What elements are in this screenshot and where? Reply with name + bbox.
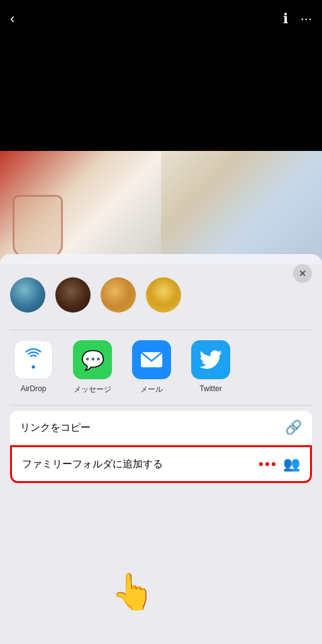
- share-app-messages[interactable]: 💬 メッセージ: [64, 340, 121, 395]
- photo-right[interactable]: [161, 151, 322, 264]
- photo-area: [0, 0, 322, 264]
- loading-indicator: [259, 462, 275, 466]
- mail-envelope-icon: [140, 352, 163, 368]
- share-app-mail[interactable]: メール: [123, 340, 180, 395]
- contact-avatar-3: [101, 277, 136, 313]
- photo-left[interactable]: [0, 151, 161, 264]
- mail-label: メール: [140, 384, 163, 395]
- twitter-icon: [191, 340, 230, 379]
- loading-dot-1: [259, 462, 263, 466]
- copy-link-text: リンクをコピー: [20, 421, 91, 435]
- airdrop-label: AirDrop: [21, 384, 47, 393]
- messages-bubble-icon: 💬: [81, 349, 104, 371]
- share-app-airdrop[interactable]: AirDrop: [5, 340, 62, 395]
- photo-strip: [0, 151, 322, 264]
- airdrop-wifi-icon: [22, 348, 45, 371]
- divider-2: [10, 405, 312, 406]
- messages-icon: 💬: [73, 340, 112, 379]
- copy-link-row[interactable]: リンクをコピー 🔗: [10, 411, 312, 445]
- contact-avatar-2: [55, 277, 91, 313]
- contact-avatar-4: [146, 277, 181, 313]
- share-sheet: ✕ AirDrop: [0, 254, 322, 644]
- action-rows: リンクをコピー 🔗 ファミリーフォルダに追加する 👥: [10, 411, 312, 483]
- contact-item-4[interactable]: [146, 277, 181, 313]
- family-folder-text: ファミリーフォルダに追加する: [22, 458, 163, 471]
- contact-item-1[interactable]: [10, 277, 45, 313]
- top-navigation: ‹ ℹ ···: [0, 0, 322, 38]
- close-button[interactable]: ✕: [293, 264, 312, 283]
- share-apps-row: AirDrop 💬 メッセージ メール: [0, 330, 322, 405]
- more-button[interactable]: ···: [301, 11, 312, 27]
- info-button[interactable]: ℹ: [283, 11, 288, 27]
- contact-item-2[interactable]: [55, 277, 91, 313]
- back-button[interactable]: ‹: [10, 11, 14, 27]
- airdrop-icon-container: [14, 340, 53, 379]
- airdrop-dot: [32, 365, 35, 369]
- people-icon: 👥: [283, 456, 300, 472]
- messages-label: メッセージ: [74, 384, 111, 395]
- contact-avatar-1: [10, 277, 45, 313]
- contacts-row: [0, 254, 322, 330]
- contact-item-3[interactable]: [101, 277, 136, 313]
- family-row-right: 👥: [259, 456, 300, 472]
- share-app-twitter[interactable]: Twitter: [182, 340, 239, 395]
- family-row-left: ファミリーフォルダに追加する: [22, 458, 163, 471]
- loading-dot-2: [265, 462, 269, 466]
- mail-icon: [132, 340, 171, 379]
- family-folder-row[interactable]: ファミリーフォルダに追加する 👥: [10, 445, 312, 483]
- loading-dot-3: [272, 462, 275, 466]
- twitter-label: Twitter: [199, 384, 221, 393]
- link-icon: 🔗: [285, 419, 302, 436]
- twitter-bird-icon: [199, 350, 222, 369]
- airdrop-arc-inner: [28, 355, 38, 365]
- coffee-cup-shape: [13, 195, 63, 258]
